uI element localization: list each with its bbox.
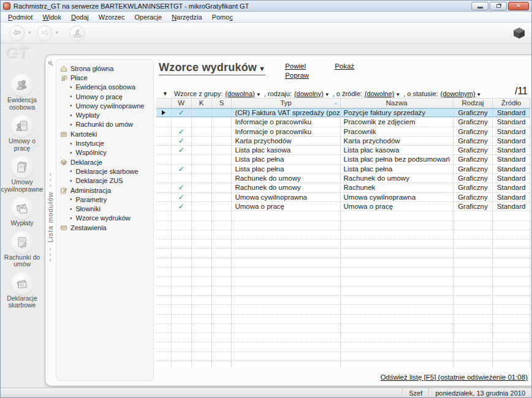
column-header-nazwa[interactable]: Nazwa: [341, 99, 454, 108]
bullet-icon: •: [70, 168, 72, 175]
title-dropdown-icon: ▼: [259, 65, 265, 72]
bullet-icon: •: [70, 84, 72, 91]
nav-forward-button[interactable]: [37, 25, 53, 41]
tree-item-umowy-o-prace[interactable]: •Umowy o pracę: [60, 92, 151, 101]
popraw-link[interactable]: Popraw: [285, 72, 309, 79]
bullet-icon: •: [70, 112, 72, 119]
table-row[interactable]: ✓Informacje o pracownikuPracownikGraficz…: [156, 127, 530, 137]
column-header-rodzaj[interactable]: Rodzaj: [454, 99, 493, 108]
cell-rodzaj: Graficzny: [454, 174, 493, 182]
tree-item-deklaracje[interactable]: Deklaracje: [60, 157, 151, 167]
tree-item-administracja[interactable]: Administracja: [60, 186, 151, 195]
bullet-icon: •: [70, 215, 72, 222]
table-row[interactable]: ✓(CR) Faktura VAT sprzedaży (pozycje)Poz…: [156, 108, 530, 118]
tree-item-wyplaty[interactable]: •Wypłaty: [60, 110, 151, 119]
strip-chevrons-bottom[interactable]: ›››: [49, 246, 51, 263]
column-header-k[interactable]: K: [192, 99, 212, 108]
menu-item-wzorzec[interactable]: Wzorzec: [94, 13, 130, 21]
page-title[interactable]: Wzorce wydruków▼: [159, 61, 265, 75]
menu-item-dodaj[interactable]: Dodaj: [66, 13, 94, 21]
table-row[interactable]: ✓Lista płac kasowaLista płac kasowaGrafi…: [156, 146, 530, 155]
tree-item-deklaracje-skarbowe[interactable]: •Deklaracje skarbowe: [60, 167, 151, 176]
table-empty-row: [156, 342, 530, 351]
column-header-w[interactable]: W: [172, 99, 192, 108]
column-header-marker[interactable]: [156, 99, 172, 108]
cell-nazwa: Lista płac pełna: [341, 165, 454, 173]
table-row[interactable]: ✓Lista płac pełnaLista płac pełnaGraficz…: [156, 165, 530, 174]
bullet-icon: •: [70, 140, 72, 147]
title-bar[interactable]: Rachmistrz_GT na serwerze BARTEKWLAN\INS…: [1, 1, 531, 12]
tree-item-rachunki-do-umow[interactable]: •Rachunki do umów: [60, 120, 151, 129]
content-panel: ››› Lista modułów ››› Strona głównaPłace…: [45, 54, 531, 386]
restore-button[interactable]: [490, 2, 507, 10]
chevron-down-icon[interactable]: ▼: [476, 92, 481, 97]
tree-item-slowniki[interactable]: •Słowniki: [60, 204, 151, 213]
refresh-list-link[interactable]: Odśwież listę [F5] (ostatnie odświeżenie…: [381, 374, 528, 381]
cell-nazwa: Rachunek do umowy: [341, 174, 454, 182]
column-header-s[interactable]: S: [212, 99, 232, 108]
column-header-typ[interactable]: Typ: [232, 99, 340, 108]
module-item-rachunki-do-umow[interactable]: Rachunki do umów: [1, 231, 43, 268]
module-item-wyplaty[interactable]: Wypłaty: [1, 197, 43, 227]
table-row[interactable]: Rachunek do umowyRachunek do umowyGrafic…: [156, 174, 530, 183]
back-dropdown-icon[interactable]: ▼: [27, 30, 32, 36]
powiel-link[interactable]: Powiel: [285, 62, 309, 70]
module-item-deklaracje-skarbowe[interactable]: Deklaracje skarbowe: [1, 272, 43, 309]
menu-item-widok[interactable]: Widok: [37, 13, 66, 21]
table-empty-row: [156, 324, 530, 333]
tree-item-wspolnicy[interactable]: •Wspólnicy: [60, 148, 151, 157]
app-icon: [3, 2, 10, 10]
tree-item-ewidencja-osobowa[interactable]: •Ewidencja osobowa: [60, 83, 151, 92]
tree-item-zestawienia[interactable]: Zestawienia: [60, 223, 151, 232]
pin-icon[interactable]: [48, 60, 53, 67]
module-item-ewidencja-osobowa[interactable]: Ewidencja osobowa: [1, 74, 43, 111]
table-row[interactable]: ✓Umowa o pracęUmowa o pracęGraficznyStan…: [156, 202, 530, 211]
filter-icon[interactable]: ▼: [162, 91, 168, 97]
tree-item-parametry[interactable]: •Parametry: [60, 195, 151, 204]
stamp-button[interactable]: [69, 25, 85, 41]
filter-o-statusie-dropdown[interactable]: (dowolnym): [440, 90, 475, 97]
close-button[interactable]: ✕: [508, 2, 529, 10]
tree-item-deklaracje-zus[interactable]: •Deklaracje ZUS: [60, 176, 151, 186]
module-item-umowy-o-prace[interactable]: Umowy o pracę: [1, 115, 43, 152]
column-header-zrodlo[interactable]: Źródło: [493, 99, 530, 108]
tree-item-instytucje[interactable]: •Instytucje: [60, 138, 151, 148]
filter-wzorce-z-grupy-dropdown[interactable]: (dowolna): [225, 90, 254, 97]
tree-item-wzorce-wydrukow[interactable]: •Wzorce wydruków: [60, 214, 151, 223]
filter-rodzaju-dropdown[interactable]: (dowolny): [294, 90, 324, 97]
chevron-down-icon[interactable]: ▼: [395, 92, 400, 97]
table-row[interactable]: ✓Rachunek do umowyRachunekGraficznyStand…: [156, 183, 530, 192]
menu-item-pomoc[interactable]: Pomoc: [207, 13, 238, 21]
table-row[interactable]: Lista płac pełnaLista płac pełna bez pod…: [156, 155, 530, 164]
module-item-umowy-cywilnoprawne[interactable]: Umowy cywilnoprawne: [1, 156, 43, 193]
pokaz-link[interactable]: Pokaż: [335, 62, 354, 70]
menu-item-narzedzia[interactable]: Narzędzia: [167, 13, 207, 21]
strip-chevrons-top[interactable]: ›››: [49, 171, 51, 188]
modules-strip-label[interactable]: Lista modułów: [47, 192, 54, 242]
nav-back-button[interactable]: [9, 25, 25, 41]
tree-item-place[interactable]: Płace: [60, 73, 151, 82]
check-icon: ✓: [172, 165, 191, 173]
menu-item-operacje[interactable]: Operacje: [129, 13, 167, 21]
table-row[interactable]: ✓Karta przychodówKarta przychodówGraficz…: [156, 137, 530, 146]
stamp-icon: [72, 28, 83, 39]
check-icon: ✓: [172, 193, 191, 201]
menu-item-podmiot[interactable]: Podmiot: [3, 13, 37, 21]
tree-item-strona-glowna[interactable]: Strona główna: [60, 64, 151, 73]
cell-zrodlo: Standard: [493, 146, 530, 154]
cell-zrodlo: Standard: [493, 165, 530, 173]
minimize-button[interactable]: [471, 2, 488, 10]
forward-dropdown-icon[interactable]: ▼: [55, 30, 59, 36]
reports-icon: [60, 224, 68, 231]
chevron-down-icon[interactable]: ▼: [256, 92, 261, 97]
admin-icon: [60, 187, 68, 194]
table-row[interactable]: ✓Umowa cywilnoprawnaUmowa cywilnoprawnaG…: [156, 193, 530, 202]
record-count: /11: [515, 86, 528, 97]
table-row[interactable]: Informacje o pracownikuPracownik ze zdję…: [156, 118, 530, 127]
tree-item-umowy-cywilnoprawne[interactable]: •Umowy cywilnoprawne: [60, 101, 151, 110]
cell-rodzaj: Graficzny: [454, 193, 493, 201]
filter-o-zrodle-dropdown[interactable]: (dowolne): [365, 90, 394, 97]
bullet-icon: •: [70, 196, 72, 203]
chevron-down-icon[interactable]: ▼: [325, 92, 330, 97]
tree-item-kartoteki[interactable]: Kartoteki: [60, 129, 151, 138]
